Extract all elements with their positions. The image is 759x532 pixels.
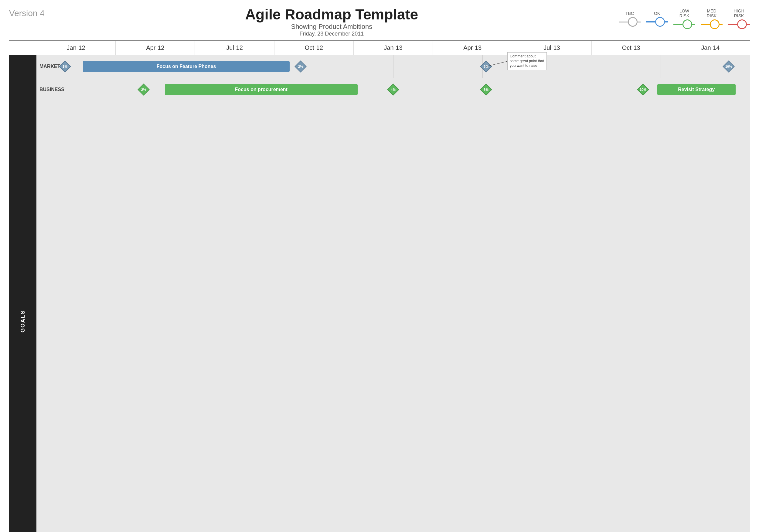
diamond-biz-8pct: 8%	[480, 84, 492, 96]
diamond-market-3pct-label: 3%	[484, 65, 489, 68]
legend-block: TBC OK LOWRISK	[619, 6, 750, 29]
page-container: Version 4 Agile Roadmap Template Showing…	[0, 0, 759, 532]
grid-line-6	[572, 55, 572, 78]
diamond-market-2pct: 2%	[295, 61, 307, 72]
diamond-biz-10pct: 10%	[637, 84, 649, 96]
diamond-biz-4pct-label: 4%	[391, 88, 396, 91]
legend-med-risk: MEDRISK	[701, 9, 723, 29]
time-col-apr13: Apr-13	[433, 41, 512, 55]
legend-med-risk-label: MEDRISK	[707, 9, 717, 18]
diamond-biz-2pct-label: 2%	[141, 88, 146, 91]
focus-procurement-btn[interactable]: Focus on procurement	[165, 84, 358, 95]
time-col-jan12: Jan-12	[36, 41, 115, 55]
subtitle: Showing Product Ambitions	[45, 23, 619, 31]
diamond-market-1pct-label: 1%	[62, 65, 67, 68]
diamond-market-10pct-label: 10%	[725, 65, 732, 68]
diamond-biz-8pct-label: 8%	[484, 88, 489, 91]
goals-business-row: BUSINESS 2% Focus on procurement 4% 8%	[36, 78, 750, 101]
version-label: Version 4	[9, 6, 45, 18]
time-col-oct13: Oct-13	[591, 41, 671, 55]
grid-line-4	[393, 55, 393, 78]
title-block: Agile Roadmap Template Showing Product A…	[45, 6, 619, 37]
comment-box-market: Comment about some great point that you …	[507, 52, 547, 70]
legend-high-risk: HIGHRISK	[728, 9, 750, 29]
timeline-cols: Jan-12 Apr-12 Jul-12 Oct-12 Jan-13 Apr-1…	[36, 41, 750, 55]
legend-tbc: TBC	[619, 11, 641, 27]
goals-section: GOALS MARKET 1%	[9, 55, 750, 532]
time-col-jul12: Jul-12	[195, 41, 274, 55]
main-content: GOALS MARKET 1%	[9, 55, 750, 532]
time-col-jan13: Jan-13	[353, 41, 433, 55]
diamond-market-2pct-label: 2%	[298, 65, 303, 68]
business-label: BUSINESS	[39, 87, 64, 92]
header: Version 4 Agile Roadmap Template Showing…	[9, 6, 750, 37]
timeline-header: Jan-12 Apr-12 Jul-12 Oct-12 Jan-13 Apr-1…	[9, 41, 750, 55]
diamond-biz-10pct-label: 10%	[639, 88, 646, 91]
legend-tbc-label: TBC	[625, 11, 634, 16]
date-label: Friday, 23 December 2011	[45, 31, 619, 37]
diamond-market-1pct: 1%	[59, 61, 71, 72]
main-title: Agile Roadmap Template	[45, 6, 619, 23]
legend-low-risk-label: LOWRISK	[679, 9, 690, 18]
time-col-apr12: Apr-12	[115, 41, 195, 55]
grid-line-7	[660, 55, 661, 78]
goals-label: GOALS	[17, 55, 28, 532]
diamond-market-10pct: 10%	[723, 61, 735, 72]
legend-ok: OK	[646, 11, 668, 27]
row-label-spacer	[9, 41, 36, 55]
diamond-biz-4pct: 4%	[387, 84, 399, 96]
goals-label-col: GOALS	[9, 55, 36, 532]
goals-content: MARKET 1% Focus on Feature Phones	[36, 55, 750, 532]
time-col-oct12: Oct-12	[274, 41, 353, 55]
time-col-jan14: Jan-14	[671, 41, 750, 55]
diamond-biz-2pct: 2%	[138, 84, 150, 96]
focus-feature-phones-btn[interactable]: Focus on Feature Phones	[83, 61, 290, 72]
goals-market-row: MARKET 1% Focus on Feature Phones	[36, 55, 750, 78]
revisit-strategy-btn[interactable]: Revisit Strategy	[657, 84, 736, 95]
diamond-market-3pct: 3%	[480, 61, 492, 72]
legend-ok-label: OK	[654, 11, 660, 16]
legend-high-risk-label: HIGHRISK	[734, 9, 744, 18]
legend-low-risk: LOWRISK	[673, 9, 695, 29]
market-label: MARKET	[39, 64, 60, 69]
